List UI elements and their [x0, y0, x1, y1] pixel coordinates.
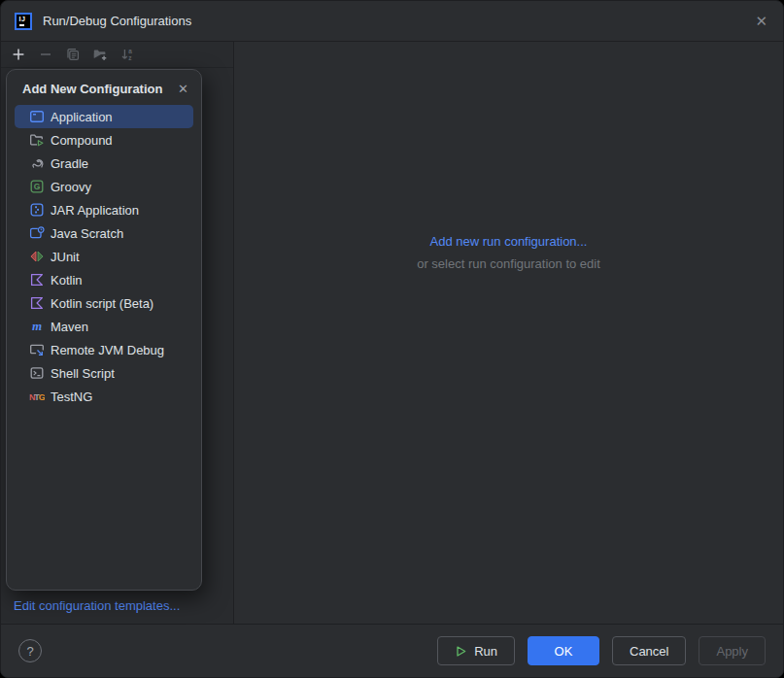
- config-type-label: Groovy: [51, 180, 91, 194]
- config-type-label: Compound: [51, 133, 113, 148]
- config-type-label: Kotlin: [51, 273, 83, 288]
- config-type-label: Java Scratch: [51, 226, 123, 241]
- dialog-footer: ? Run OK Cancel Apply: [1, 624, 783, 677]
- run-debug-configurations-dialog: IJ Run/Debug Configurations ✕: [0, 0, 784, 678]
- run-button-label: Run: [474, 644, 497, 659]
- empty-state: Add new run configuration... or select r…: [234, 234, 783, 271]
- dialog-titlebar: IJ Run/Debug Configurations ✕: [1, 1, 783, 42]
- popup-header: Add New Configuration ✕: [7, 70, 201, 105]
- configuration-editor-area: Add new run configuration... or select r…: [234, 42, 783, 624]
- junit-icon: [29, 249, 45, 264]
- copy-icon: [65, 47, 81, 62]
- config-type-item[interactable]: Maven: [15, 315, 193, 338]
- remote-jvm-debug-icon: [29, 342, 45, 357]
- config-type-label: JAR Application: [51, 203, 139, 218]
- svg-text:z: z: [128, 54, 132, 61]
- config-type-item[interactable]: Gradle: [15, 152, 193, 175]
- edit-configuration-templates-link[interactable]: Edit configuration templates...: [14, 598, 180, 613]
- popup-title: Add New Configuration: [22, 82, 162, 96]
- question-mark-icon: ?: [26, 644, 33, 659]
- config-type-item[interactable]: JAR Application: [15, 198, 193, 221]
- add-icon: [11, 47, 26, 62]
- maven-icon: [29, 319, 45, 334]
- new-folder-icon: [92, 47, 108, 62]
- add-new-run-configuration-link[interactable]: Add new run configuration...: [234, 234, 783, 249]
- popup-close-icon[interactable]: ✕: [178, 83, 188, 95]
- config-type-item[interactable]: Shell Script: [15, 361, 193, 385]
- add-configuration-button[interactable]: [7, 44, 30, 65]
- config-type-label: Application: [51, 110, 113, 124]
- gradle-icon: [29, 155, 45, 171]
- java-scratch-icon: [29, 225, 45, 241]
- sort-configurations-button[interactable]: a z: [116, 44, 139, 65]
- sort-alphabetically-icon: a z: [119, 47, 135, 62]
- close-icon[interactable]: ✕: [755, 14, 767, 28]
- kotlin-icon: [29, 295, 45, 311]
- popup-config-list: Application Compound Gradle Groovy JAR A…: [7, 105, 201, 590]
- config-type-item[interactable]: Compound: [15, 128, 193, 152]
- config-type-item[interactable]: Java Scratch: [15, 221, 193, 245]
- run-button[interactable]: Run: [437, 636, 515, 665]
- testng-icon: [29, 389, 45, 404]
- run-play-icon: [455, 645, 467, 658]
- add-new-configuration-popup: Add New Configuration ✕ Application Comp…: [6, 69, 202, 591]
- dialog-title: Run/Debug Configurations: [43, 14, 191, 28]
- config-type-label: TestNG: [51, 390, 92, 404]
- config-type-item[interactable]: Kotlin: [15, 268, 193, 291]
- config-type-label: Gradle: [51, 156, 88, 171]
- ok-button[interactable]: OK: [528, 636, 599, 665]
- create-folder-button[interactable]: [88, 44, 112, 65]
- configurations-toolbar: a z: [1, 42, 233, 68]
- application-icon: [29, 109, 45, 124]
- remove-icon: [38, 47, 53, 62]
- empty-state-hint: or select run configuration to edit: [234, 256, 783, 271]
- compound-icon: [29, 132, 45, 148]
- config-type-item[interactable]: Kotlin script (Beta): [15, 291, 193, 315]
- config-type-item[interactable]: JUnit: [15, 245, 193, 268]
- intellij-logo-icon: IJ: [15, 13, 32, 30]
- cancel-button[interactable]: Cancel: [612, 636, 686, 665]
- config-type-item[interactable]: Application: [15, 105, 193, 128]
- config-type-label: JUnit: [51, 250, 80, 264]
- config-type-item[interactable]: Groovy: [15, 175, 193, 198]
- kotlin-icon: [29, 272, 45, 288]
- copy-configuration-button[interactable]: [61, 44, 85, 65]
- groovy-icon: [29, 179, 45, 194]
- jar-application-icon: [29, 202, 45, 218]
- apply-button[interactable]: Apply: [699, 636, 766, 665]
- help-button[interactable]: ?: [18, 639, 42, 662]
- config-type-item[interactable]: TestNG: [15, 385, 193, 408]
- remove-configuration-button[interactable]: [34, 44, 57, 65]
- config-type-label: Remote JVM Debug: [51, 343, 164, 357]
- config-type-label: Kotlin script (Beta): [51, 296, 153, 311]
- shell-script-icon: [29, 365, 45, 381]
- config-type-label: Shell Script: [51, 366, 115, 381]
- config-type-item[interactable]: Remote JVM Debug: [15, 338, 193, 361]
- config-type-label: Maven: [51, 320, 88, 334]
- footer-buttons: Run OK Cancel Apply: [437, 636, 766, 665]
